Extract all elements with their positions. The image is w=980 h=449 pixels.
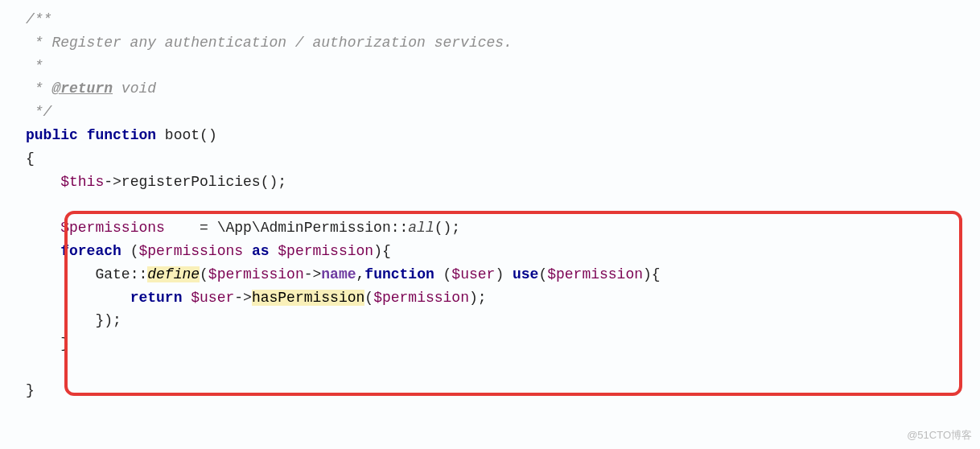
var-this: $this [60,174,104,190]
highlight-box [64,211,962,396]
kw-function: function [87,127,156,143]
call-register-policies: ->registerPolicies(); [104,174,286,190]
comment-line: * Register any authentication / authoriz… [26,35,513,51]
code-block: /** * Register any authentication / auth… [0,0,980,449]
kw-public: public [26,127,78,143]
return-tag: @return [51,80,113,97]
comment-line: * @return void [26,80,156,97]
comment-line: * [26,58,43,74]
brace-close: } [26,382,35,398]
brace-open: { [26,150,35,167]
comment-line: */ [26,104,51,120]
comment-line: /** [26,11,51,27]
watermark: @51CTO博客 [907,427,972,444]
fn-boot: boot [165,127,200,143]
